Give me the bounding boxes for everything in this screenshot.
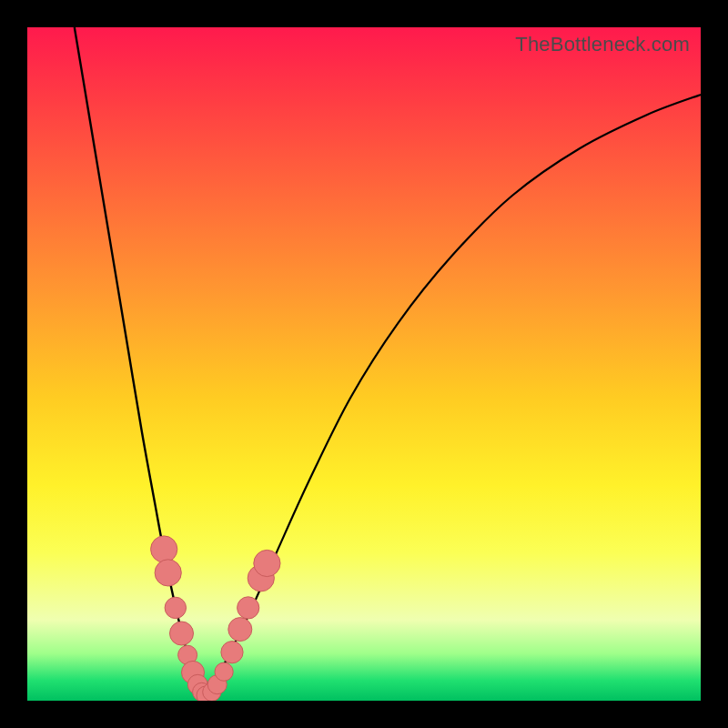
curve-marker [215,662,233,681]
curve-marker [228,618,252,642]
curve-marker [254,550,280,576]
curve-left-path [75,27,204,694]
curve-marker [221,642,243,663]
curve-right-path [204,95,701,694]
curve-marker [151,536,177,562]
curve-marker [170,622,194,645]
chart-plot-area: TheBottleneck.com [27,27,701,701]
curve-marker [238,597,259,619]
chart-svg [27,27,701,701]
curve-marker [155,560,181,586]
curve-left [75,27,204,694]
curve-marker [165,597,186,618]
curve-markers [151,536,280,701]
curve-right [204,95,701,694]
chart-frame: TheBottleneck.com [0,0,728,728]
